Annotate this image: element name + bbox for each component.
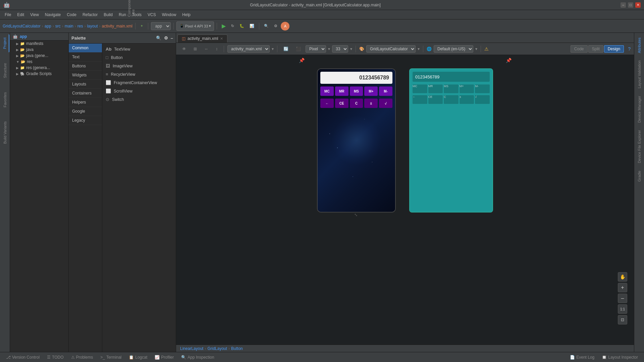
tablet-ms[interactable]: MS: [444, 84, 459, 93]
tree-item-java-gen[interactable]: ▶ 📂 java (gene...: [10, 53, 68, 59]
debug-btn[interactable]: 🐛: [237, 21, 246, 31]
calc-ce[interactable]: CE: [335, 99, 348, 108]
profile-btn[interactable]: 📊: [248, 21, 256, 31]
window-controls[interactable]: – □ ✕: [621, 2, 641, 8]
palette-minimize-icon[interactable]: –: [171, 36, 173, 41]
tree-item-res-gen[interactable]: ▶ 📁 res (genera...: [10, 65, 68, 71]
app-theme-select[interactable]: GridLayoutCalculator: [366, 45, 416, 53]
breadcrumb-button[interactable]: Button: [231, 346, 243, 351]
maximize-btn[interactable]: □: [628, 2, 633, 8]
layout-inspector-btn[interactable]: 🔲 Layout Inspector: [598, 354, 641, 361]
tablet-back[interactable]: ←: [413, 95, 427, 104]
close-btn[interactable]: ✕: [635, 2, 641, 8]
palette-cat-google[interactable]: Google: [69, 107, 102, 116]
eye-btn[interactable]: 👁: [179, 46, 189, 52]
resize-handle[interactable]: ⤡: [354, 213, 358, 217]
calc-mr[interactable]: MR: [335, 86, 348, 96]
sidebar-tab-favorites[interactable]: Favorites: [1, 89, 9, 111]
pixel-device-select[interactable]: 📱 Pixel 4 API 33 ▾: [176, 21, 214, 31]
user-avatar[interactable]: A: [281, 22, 289, 31]
magic-btn[interactable]: ✦: [138, 21, 145, 31]
palette-cat-layouts[interactable]: Layouts: [69, 80, 102, 89]
minimize-btn[interactable]: –: [621, 2, 626, 8]
palette-cat-legacy[interactable]: Legacy: [69, 116, 102, 125]
design-mode-btn[interactable]: Design: [604, 45, 624, 53]
bottom-tab-problems[interactable]: ⚠ Problems: [68, 354, 97, 361]
horiz-arrow-btn[interactable]: ↔: [202, 46, 211, 52]
grid-btn[interactable]: ⊞: [191, 46, 200, 52]
settings-btn[interactable]: ⚙: [272, 21, 279, 31]
palette-item-fragmentcontainer[interactable]: ⬜ FragmentContainerView: [102, 78, 176, 87]
breadcrumb-linearlayout[interactable]: LinearLayout: [180, 346, 203, 351]
tablet-sqrt[interactable]: √: [475, 95, 490, 104]
sidebar-tab-build-variants[interactable]: Build Variants: [1, 118, 9, 147]
menu-window[interactable]: Window: [159, 11, 179, 18]
run-button[interactable]: ▶: [220, 21, 228, 31]
tablet-ce[interactable]: CE: [428, 95, 443, 104]
palette-cat-widgets[interactable]: Widgets: [69, 71, 102, 80]
breadcrumb-file[interactable]: activity_main.xml: [102, 24, 132, 28]
locale-select[interactable]: Default (en-US): [434, 45, 473, 53]
calc-ms[interactable]: MS: [350, 86, 363, 96]
bottom-tab-version-control[interactable]: ⎇ Version Control: [3, 354, 43, 361]
event-log-btn[interactable]: 📄 Event Log: [567, 354, 598, 361]
palette-cat-common[interactable]: Common: [69, 44, 102, 53]
calc-mc[interactable]: MC: [320, 86, 334, 96]
search-everywhere-btn[interactable]: 🔍: [262, 21, 271, 31]
calc-mminus[interactable]: M-: [379, 86, 392, 96]
zoom-out-btn[interactable]: –: [618, 294, 627, 303]
sidebar-tab-project[interactable]: Project: [1, 34, 9, 52]
palette-item-scrollview[interactable]: ⬜ ScrollView: [102, 87, 176, 95]
bottom-tab-profiler[interactable]: 📈 Profiler: [151, 354, 177, 361]
tree-item-res[interactable]: ▼ 📂 res: [10, 59, 68, 65]
right-tab-layout-validation[interactable]: Layout Validation: [635, 57, 643, 92]
tablet-c[interactable]: C: [444, 95, 459, 104]
palette-cat-helpers[interactable]: Helpers: [69, 98, 102, 107]
pixel-select[interactable]: Pixel: [306, 45, 326, 53]
bottom-tab-todo[interactable]: ☰ TODO: [44, 354, 67, 361]
palette-cat-containers[interactable]: Containers: [69, 89, 102, 98]
menu-vcs[interactable]: VCS: [145, 11, 159, 18]
palette-item-button[interactable]: □ Button: [102, 53, 176, 62]
zoom-fit-btn[interactable]: ⊡: [618, 315, 627, 324]
sync-btn[interactable]: ↻: [229, 21, 236, 31]
tablet-mc[interactable]: MC: [413, 84, 427, 93]
breadcrumb-res[interactable]: res: [77, 24, 83, 28]
palette-item-recyclerview[interactable]: ≡ RecyclerView: [102, 70, 176, 78]
sidebar-tab-structure[interactable]: Structure: [1, 60, 9, 81]
code-mode-btn[interactable]: Code: [571, 45, 588, 53]
orient-btn[interactable]: 🔄: [281, 46, 291, 52]
palette-item-imageview[interactable]: 🖼 ImageView: [102, 62, 176, 70]
palette-cat-text[interactable]: Text: [69, 53, 102, 62]
menu-build[interactable]: Build: [101, 11, 115, 18]
tree-item-gradle[interactable]: ▶ 🐘 Gradle Scripts: [10, 71, 68, 77]
component-tree-tab[interactable]: Component Tree: [126, 0, 137, 19]
right-tab-gradle[interactable]: Gradle: [635, 167, 643, 185]
zoom-ratio-btn[interactable]: 1:1: [618, 304, 627, 314]
menu-help[interactable]: Help: [179, 11, 193, 18]
calc-back[interactable]: ←: [320, 99, 334, 108]
layout-file-select[interactable]: activity_main.xml: [227, 45, 270, 53]
api-select[interactable]: 33: [332, 45, 348, 53]
zoom-in-btn[interactable]: +: [618, 283, 627, 292]
tree-item-java[interactable]: ▶ 📂 java: [10, 47, 68, 53]
split-mode-btn[interactable]: Split: [588, 45, 603, 53]
calc-c[interactable]: C: [350, 99, 363, 108]
menu-view[interactable]: View: [28, 11, 42, 18]
breadcrumb-root[interactable]: GridLayoutCalculator: [3, 24, 41, 28]
right-tab-device-file-explorer[interactable]: Device File Explorer: [635, 127, 643, 166]
menu-refactor[interactable]: Refactor: [80, 11, 100, 18]
menu-navigate[interactable]: Navigate: [42, 11, 63, 18]
breadcrumb-gridlayout[interactable]: GridLayout: [207, 346, 227, 351]
palette-item-switch[interactable]: ⊙ Switch: [102, 95, 176, 104]
palette-search-icon[interactable]: 🔍: [156, 36, 161, 41]
help-icon[interactable]: ?: [628, 46, 631, 52]
right-tab-attributes[interactable]: Attributes: [635, 34, 643, 56]
tablet-mplus[interactable]: M+: [460, 84, 474, 93]
tablet-mr[interactable]: MR: [428, 84, 443, 93]
bottom-tab-logcat[interactable]: 📋 Logcat: [125, 354, 151, 361]
menu-code[interactable]: Code: [64, 11, 79, 18]
bottom-tab-terminal[interactable]: >_ Terminal: [97, 354, 125, 361]
breadcrumb-layout[interactable]: layout: [87, 24, 98, 28]
tree-item-manifests[interactable]: ▶ 📁 manifests: [10, 41, 68, 47]
